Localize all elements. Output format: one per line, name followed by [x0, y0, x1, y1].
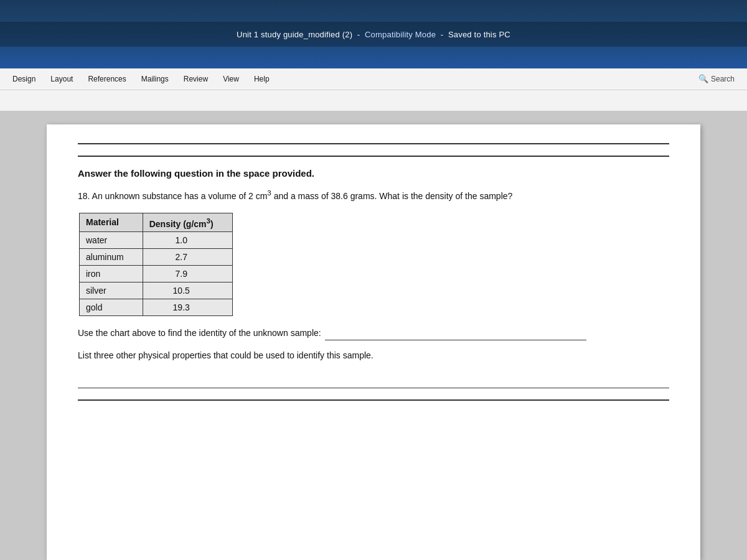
material-silver: silver: [80, 282, 143, 299]
density-iron: 7.9: [143, 266, 232, 282]
search-label: Search: [711, 75, 735, 83]
toolbar-row: [0, 90, 747, 112]
title-bar-top: Unit 1 study guide_modified (2) - Compat…: [0, 22, 747, 47]
document-area: Answer the following question in the spa…: [0, 112, 747, 560]
list-question: List three other physical properties tha…: [78, 349, 669, 362]
document-title: Unit 1 study guide_modified (2) - Compat…: [237, 30, 510, 39]
menu-item-layout[interactable]: Layout: [43, 72, 80, 86]
density-silver: 10.5: [143, 282, 232, 299]
material-gold: gold: [80, 299, 143, 316]
menu-item-references[interactable]: References: [80, 72, 133, 86]
density-aluminum: 2.7: [143, 249, 232, 266]
menu-bar: Design Layout References Mailings Review…: [0, 68, 747, 90]
menu-item-review[interactable]: Review: [176, 72, 215, 86]
col-material-header: Material: [80, 213, 143, 232]
menu-item-help[interactable]: Help: [247, 72, 277, 86]
table-header-row: Material Density (g/cm3): [80, 213, 233, 232]
ribbon: Design Layout References Mailings Review…: [0, 68, 747, 112]
material-water: water: [80, 232, 143, 249]
question-text: 18. An unknown substance has a volume of…: [78, 187, 669, 203]
material-aluminum: aluminum: [80, 249, 143, 266]
title-bar: Unit 1 study guide_modified (2) - Compat…: [0, 0, 747, 68]
menu-item-view[interactable]: View: [215, 72, 247, 86]
table-row: gold 19.3: [80, 299, 233, 316]
answer-line-1[interactable]: [78, 371, 669, 388]
fill-in-label: Use the chart above to find the identity…: [78, 326, 321, 340]
density-table: Material Density (g/cm3) water 1.0 alumi…: [79, 213, 233, 317]
fill-in-line[interactable]: [325, 329, 586, 340]
col-density-header: Density (g/cm3): [143, 213, 232, 232]
table-row: aluminum 2.7: [80, 249, 233, 266]
top-rule-2: [78, 156, 669, 157]
question-header: Answer the following question in the spa…: [78, 168, 669, 179]
top-rule: [78, 143, 669, 144]
bottom-rule: [78, 399, 669, 401]
search-area[interactable]: 🔍 Search: [698, 74, 742, 83]
material-iron: iron: [80, 266, 143, 282]
menu-item-design[interactable]: Design: [5, 72, 43, 86]
search-icon: 🔍: [698, 74, 708, 83]
density-gold: 19.3: [143, 299, 232, 316]
fill-in-section: Use the chart above to find the identity…: [78, 326, 669, 340]
menu-item-mailings[interactable]: Mailings: [134, 72, 176, 86]
table-row: silver 10.5: [80, 282, 233, 299]
table-row: iron 7.9: [80, 266, 233, 282]
document-page: Answer the following question in the spa…: [47, 124, 700, 560]
table-row: water 1.0: [80, 232, 233, 249]
density-water: 1.0: [143, 232, 232, 249]
answer-lines: [78, 371, 669, 388]
